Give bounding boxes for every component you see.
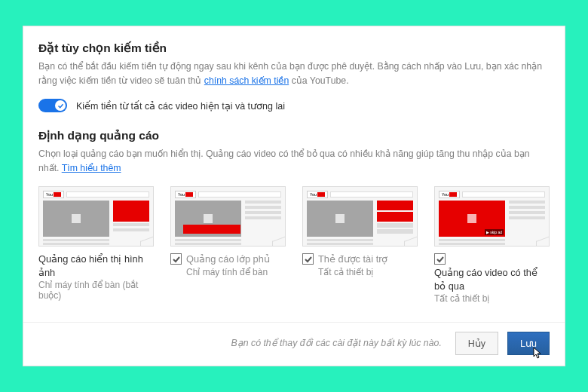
check-icon [172, 255, 181, 264]
check-icon [304, 255, 313, 264]
skippable-checkbox[interactable] [434, 253, 446, 265]
cancel-button[interactable]: Hủy [455, 332, 498, 355]
thumb-sponsored-cards: You [302, 186, 418, 247]
footer-note: Bạn có thể thay đổi các cài đặt này bất … [231, 338, 442, 348]
monetization-desc: Bạn có thể bắt đầu kiếm tiền tự động nga… [38, 60, 550, 88]
overlay-checkbox[interactable] [170, 253, 182, 265]
thumb-overlay-ads: You [170, 186, 286, 247]
learn-more-link[interactable]: Tìm hiểu thêm [62, 163, 121, 173]
save-label: Lưu [520, 338, 537, 349]
format-sub: Chỉ máy tính để bàn (bắt buộc) [38, 280, 154, 301]
monetize-toggle-label: Kiếm tiền từ tất cả các video hiện tại v… [76, 100, 285, 112]
thumb-display-ads: You [38, 186, 154, 247]
format-skippable-video[interactable]: You ▶ skip ad Quảng cáo video có thể bỏ … [434, 186, 550, 304]
dialog-footer: Bạn có thể thay đổi các cài đặt này bất … [23, 322, 565, 355]
ad-formats-desc: Chọn loại quảng cáo bạn muốn hiển thị. Q… [38, 147, 550, 176]
desc-text-post: của YouTube. [289, 75, 348, 86]
save-button[interactable]: Lưu [507, 332, 550, 355]
monetization-title: Đặt tùy chọn kiếm tiền [38, 41, 550, 55]
check-icon [436, 255, 445, 264]
format-sub: Chỉ máy tính để bàn [186, 267, 286, 277]
sponsored-checkbox[interactable] [302, 253, 314, 265]
skip-ad-label: ▶ skip ad [485, 229, 504, 235]
monetization-section: Đặt tùy chọn kiếm tiền Bạn có thể bắt đầ… [38, 41, 550, 112]
policy-link[interactable]: chính sách kiếm tiền [204, 75, 289, 86]
format-name: Quảng cáo video có thể bỏ qua [434, 266, 550, 292]
format-overlay-ads[interactable]: You Quảng cáo lớp phủ Chỉ máy tính để bà… [170, 186, 286, 304]
ad-formats-title: Định dạng quảng cáo [38, 129, 550, 142]
monetize-toggle-row: Kiếm tiền từ tất cả các video hiện tại v… [38, 99, 550, 112]
check-icon [57, 103, 64, 109]
format-name: Quảng cáo hiển thị hình ảnh [38, 253, 154, 279]
format-display-ads[interactable]: You Quảng cáo hiển thị hình ảnh Chỉ máy … [38, 186, 154, 304]
monetization-dialog: Đặt tùy chọn kiếm tiền Bạn có thể bắt đầ… [23, 26, 565, 366]
format-name: Thẻ được tài trợ [318, 253, 387, 265]
ad-format-grid: You Quảng cáo hiển thị hình ảnh Chỉ máy … [38, 186, 550, 304]
format-name: Quảng cáo lớp phủ [186, 253, 270, 265]
monetize-all-toggle[interactable] [38, 99, 67, 112]
ad-formats-section: Định dạng quảng cáo Chọn loại quảng cáo … [38, 129, 550, 304]
format-sponsored-cards[interactable]: You Thẻ được tài trợ Tất cả thiết bị [302, 186, 418, 304]
format-sub: Tất cả thiết bị [318, 267, 418, 277]
thumb-skippable-video: You ▶ skip ad [434, 186, 550, 247]
format-sub: Tất cả thiết bị [434, 293, 550, 304]
toggle-knob [55, 100, 66, 111]
